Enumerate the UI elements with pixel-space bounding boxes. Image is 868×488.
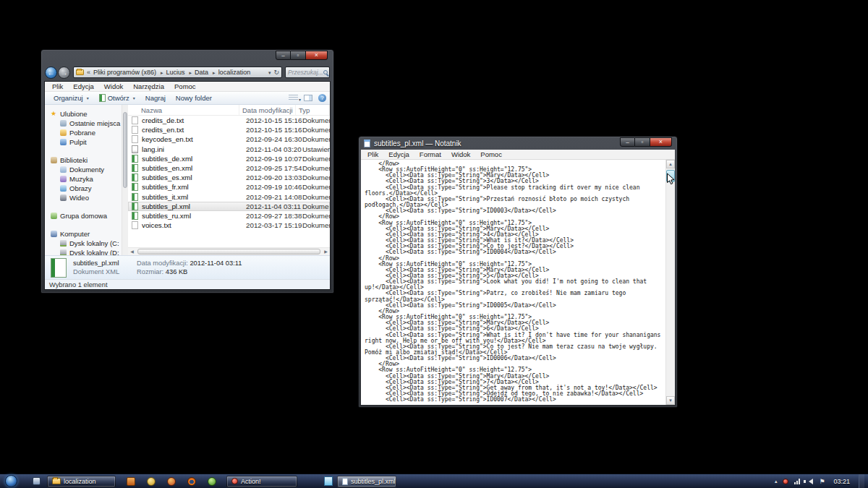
back-button[interactable]: ← [45, 67, 57, 79]
file-row[interactable]: subtitles_it.xml2012-09-21 14:08Dokument… [128, 192, 330, 202]
scrollbar-thumb[interactable] [137, 249, 320, 254]
show-hidden-icons-icon[interactable]: ▴ [775, 479, 778, 484]
sidebar-item-dysk-lokalny-d[interactable]: Dysk lokalny (D: [45, 248, 122, 255]
horizontal-scrollbar[interactable]: ◀ ▶ [128, 247, 330, 255]
action-center-flag-icon[interactable]: ⚑ [819, 478, 825, 485]
maximize-button-icon[interactable] [635, 137, 650, 147]
sidebar-item-muzyka[interactable]: Muzyka [45, 174, 122, 184]
maximize-button-icon[interactable] [291, 51, 306, 60]
media-player-icon[interactable] [127, 477, 135, 486]
sidebar-item-ulubione[interactable]: Ulubione [45, 109, 122, 119]
network-icon[interactable] [794, 479, 800, 484]
tray-recorder-icon[interactable] [783, 479, 788, 484]
column-header-name[interactable]: Nazwa [128, 105, 239, 115]
sidebar-item-pulpit[interactable]: Pulpit [45, 137, 122, 147]
menu-item-widok[interactable]: Widok [446, 150, 475, 158]
sidebar-item-biblioteki[interactable]: Biblioteki [45, 155, 122, 165]
breadcrumb-segment[interactable]: localization [209, 69, 251, 76]
minimize-button-icon[interactable] [620, 137, 635, 147]
refresh-icon[interactable] [273, 69, 279, 76]
column-header-type[interactable]: Typ [296, 105, 330, 115]
taskbar-button-action[interactable]: Action! [226, 476, 297, 487]
new-folder-button[interactable]: Nowy folder [171, 94, 217, 102]
address-dropdown-icon[interactable] [268, 69, 271, 76]
file-list-body: credits_de.txt2012-10-15 15:16Dokument t… [128, 116, 330, 247]
menu-item-edycja[interactable]: Edycja [68, 82, 99, 90]
sidebar-item-obrazy[interactable]: Obrazy [45, 184, 122, 193]
taskbar-pinned-icon[interactable] [208, 477, 216, 486]
taskbar-pinned-icon[interactable] [33, 477, 41, 485]
search-placeholder: Przeszukaj... [288, 69, 323, 76]
file-row[interactable]: credits_de.txt2012-10-15 15:16Dokument t… [128, 116, 330, 125]
taskbar-button-localization[interactable]: localization [47, 476, 116, 487]
minimize-button-icon[interactable] [276, 51, 291, 60]
sidebar-item-ostatnie-miejsca[interactable]: Ostatnie miejsca [45, 119, 122, 128]
menu-item-plik[interactable]: Plik [47, 82, 68, 90]
file-row[interactable]: subtitles_es.xml2012-09-20 13:03Dokument… [128, 173, 330, 182]
notepad-scrollbar[interactable]: ▲ ▼ [665, 160, 675, 405]
file-row[interactable]: subtitles_de.xml2012-09-19 10:07Dokument… [128, 154, 330, 163]
breadcrumb-overflow-icon[interactable] [87, 69, 93, 76]
scroll-up-icon[interactable]: ▲ [666, 160, 675, 168]
search-input[interactable]: Przeszukaj... [285, 67, 330, 78]
scrollbar-thumb[interactable] [123, 112, 127, 188]
burn-button[interactable]: Nagraj [140, 94, 171, 102]
preview-pane-icon[interactable] [304, 95, 312, 101]
notepad-title: subtitles_pl.xml — Notatnik [374, 140, 461, 147]
sidebar-item-dysk-lokalny-c[interactable]: Dysk lokalny (C: [45, 239, 122, 248]
notepad-text-area[interactable]: </Row> <Row ss:AutoFitHeight="0" ss:Heig… [361, 160, 665, 405]
notepad-text[interactable]: </Row> <Row ss:AutoFitHeight="0" ss:Heig… [365, 161, 665, 403]
scroll-right-icon[interactable]: ▶ [322, 248, 330, 255]
notepad-body: </Row> <Row ss:AutoFitHeight="0" ss:Heig… [361, 160, 675, 405]
taskbar-button-notepad[interactable]: subtitles_pl.xml — N... [337, 476, 396, 487]
scroll-down-icon[interactable]: ▼ [666, 396, 675, 405]
folder-icon [76, 69, 84, 75]
menu-item-narz-dzia[interactable]: Narzędzia [128, 82, 169, 90]
breadcrumb-segment[interactable]: Lucius [157, 69, 186, 76]
file-row[interactable]: keycodes_en.txt2012-09-24 16:30Dokument … [128, 134, 330, 144]
help-icon[interactable]: ? [318, 94, 326, 102]
menu-item-plik[interactable]: Plik [362, 150, 383, 158]
document-icon[interactable] [324, 476, 333, 486]
sidebar-item-wideo[interactable]: Wideo [45, 193, 122, 202]
sidebar-item-dokumenty[interactable]: Dokumenty [45, 165, 122, 174]
xml-file-icon [132, 183, 138, 191]
menu-item-pomoc[interactable]: Pomoc [475, 150, 507, 158]
file-row[interactable]: subtitles_pl.xml2012-11-04 03:11Dokument… [128, 202, 330, 211]
volume-icon[interactable] [806, 479, 813, 484]
breadcrumb-segment[interactable]: Pliki programów (x86) [93, 69, 157, 76]
taskbar-pinned-icon[interactable] [147, 477, 156, 486]
menu-item-edycja[interactable]: Edycja [383, 150, 414, 158]
sidebar-item-pobrane[interactable]: Pobrane [45, 128, 122, 137]
forward-button[interactable]: → [58, 67, 70, 79]
views-icon[interactable] [289, 95, 298, 101]
close-button-icon[interactable] [650, 137, 672, 147]
file-row[interactable]: subtitles_ru.xml2012-09-27 18:38Dokument… [128, 211, 330, 221]
menu-item-pomoc[interactable]: Pomoc [169, 82, 201, 90]
file-row[interactable]: credits_en.txt2012-10-15 15:16Dokument t… [128, 125, 330, 134]
column-header-date[interactable]: Data modyfikacji [239, 105, 296, 115]
open-button[interactable]: Otwórz [94, 94, 140, 102]
sidebar-scrollbar[interactable] [122, 105, 128, 255]
firefox-icon[interactable] [187, 477, 196, 486]
browser-icon[interactable] [167, 477, 176, 486]
sidebar-item-grupa-domowa[interactable]: Grupa domowa [45, 211, 122, 221]
menu-item-widok[interactable]: Widok [99, 82, 128, 90]
show-desktop-button[interactable] [859, 474, 864, 488]
start-button-icon[interactable] [5, 475, 17, 487]
sidebar-item-label: Wideo [69, 194, 89, 202]
breadcrumb-segment[interactable]: Data [186, 69, 210, 76]
address-bar[interactable]: Pliki programów (x86) Lucius Data locali… [73, 67, 282, 78]
file-row[interactable]: subtitles_en.xml2012-09-25 17:54Dokument… [128, 163, 330, 173]
file-row[interactable]: voices.txt2012-03-17 15:19Dokument tekst [128, 221, 330, 230]
scroll-left-icon[interactable]: ◀ [128, 248, 136, 255]
file-row[interactable]: lang.ini2012-11-04 03:20Ustawienia konf [128, 145, 330, 154]
close-button-icon[interactable] [306, 51, 328, 60]
clock[interactable]: 03:21 [833, 478, 850, 485]
organize-button[interactable]: Organizuj [48, 94, 94, 102]
file-type: Dokument XML [299, 193, 330, 201]
menu-item-format[interactable]: Format [414, 150, 446, 158]
sidebar-item-komputer[interactable]: Komputer [45, 229, 122, 239]
taskbar-button-label: Action! [241, 478, 261, 485]
file-row[interactable]: subtitles_fr.xml2012-09-19 10:46Dokument… [128, 182, 330, 192]
